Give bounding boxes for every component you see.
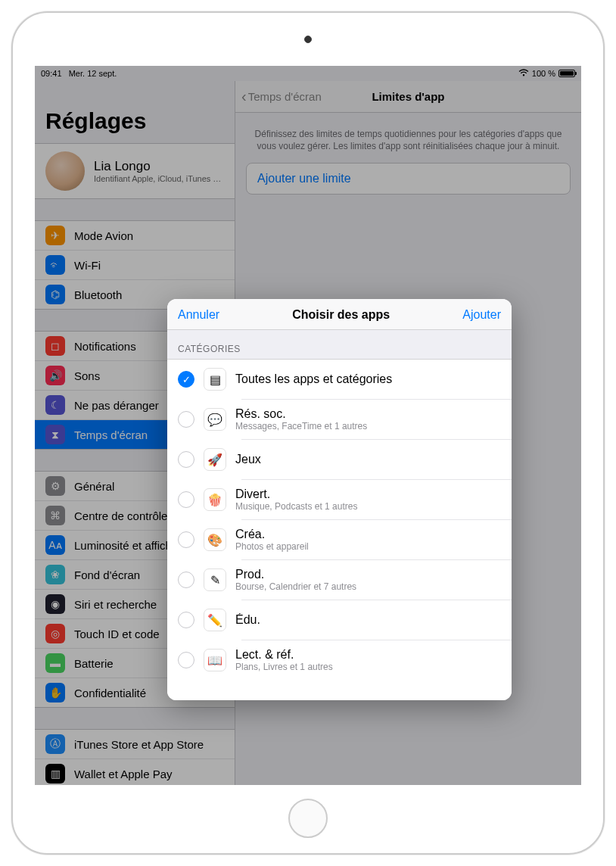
display-icon: Aᴀ: [45, 535, 65, 555]
siri-icon: ◉: [45, 594, 65, 614]
category-title: Divert.: [235, 488, 501, 501]
modal-header: Annuler Choisir des apps Ajouter: [167, 299, 512, 330]
sidebar-group-store: ⒶiTunes Store et App Store▥Wallet et App…: [35, 729, 235, 785]
reading-icon: 📖: [204, 649, 226, 671]
sidebar-item-wallet[interactable]: ▥Wallet et Apple Pay: [35, 759, 235, 785]
detail-description: Définissez des limites de temps quotidie…: [246, 128, 571, 152]
battery-icon: [558, 70, 575, 77]
add-limit-label: Ajouter une limite: [257, 172, 351, 185]
all-apps-icon: ▤: [204, 368, 226, 391]
detail-nav: ‹ Temps d'écran Limites d'app: [235, 81, 581, 113]
sidebar-item-label: Bluetooth: [74, 288, 122, 301]
status-left: 09:41 Mer. 12 sept.: [41, 69, 117, 78]
category-title: Prod.: [235, 568, 501, 581]
games-icon: 🚀: [204, 448, 226, 471]
add-button[interactable]: Ajouter: [462, 308, 501, 322]
category-row[interactable]: 💬Rés. soc.Messages, FaceTime et 1 autres: [167, 400, 512, 439]
wallpaper-icon: ❀: [45, 565, 65, 584]
category-subtitle: Plans, Livres et 1 autres: [235, 662, 501, 672]
category-title: Édu.: [235, 613, 501, 627]
profile-name: Lia Longo: [94, 159, 224, 174]
battery-icon: ▬: [45, 653, 65, 673]
social-icon: 💬: [204, 408, 226, 431]
category-title: Rés. soc.: [235, 407, 501, 421]
sidebar-item-label: Touch ID et code: [74, 628, 160, 640]
category-row[interactable]: 📖Lect. & réf.Plans, Livres et 1 autres: [167, 640, 512, 680]
status-time: 09:41: [41, 69, 62, 78]
back-label: Temps d'écran: [248, 90, 322, 103]
bezel-top: [13, 13, 603, 66]
sidebar-item-label: Wallet et Apple Pay: [74, 768, 173, 780]
sidebar-item-label: Sons: [74, 369, 100, 382]
sidebar-item-label: iTunes Store et App Store: [74, 738, 204, 751]
entertainment-icon: 🍿: [204, 488, 226, 511]
screen: 09:41 Mer. 12 sept. 100 % Réglages: [35, 66, 581, 785]
checkmark-icon[interactable]: ✓: [178, 371, 194, 388]
sidebar-item-label: Fond d'écran: [74, 569, 140, 581]
unchecked-circle-icon[interactable]: [178, 411, 194, 428]
sidebar-item-label: Wi-Fi: [74, 259, 101, 272]
sidebar-item-label: Siri et recherche: [74, 598, 157, 611]
camera-dot: [304, 36, 312, 43]
appstore-icon: Ⓐ: [45, 734, 65, 754]
category-row[interactable]: ✓▤Toutes les apps et catégories: [167, 360, 512, 399]
airplane-icon: ✈: [45, 226, 65, 245]
touchid-icon: ◎: [45, 624, 65, 643]
detail-title: Limites d'app: [372, 90, 444, 103]
category-list[interactable]: ✓▤Toutes les apps et catégories💬Rés. soc…: [167, 360, 512, 700]
unchecked-circle-icon[interactable]: [178, 491, 194, 508]
sidebar-item-label: Ne pas déranger: [74, 399, 159, 412]
category-subtitle: Messages, FaceTime et 1 autres: [235, 421, 501, 431]
battery-pct: 100 %: [532, 69, 555, 78]
screentime-icon: ⧗: [45, 425, 65, 444]
category-row[interactable]: 🍿Divert.Musique, Podcasts et 1 autres: [167, 480, 512, 519]
unchecked-circle-icon[interactable]: [178, 652, 194, 668]
notifications-icon: ◻: [45, 336, 65, 356]
category-title: Toutes les apps et catégories: [235, 372, 501, 386]
general-icon: ⚙: [45, 476, 65, 496]
status-right: 100 %: [518, 69, 575, 78]
creativity-icon: 🎨: [204, 528, 226, 551]
category-title: Jeux: [235, 453, 501, 466]
unchecked-circle-icon[interactable]: [178, 612, 194, 628]
sidebar-item-label: Mode Avion: [74, 229, 133, 242]
wallet-icon: ▥: [45, 764, 65, 783]
education-icon: ✏️: [204, 609, 226, 631]
privacy-icon: ✋: [45, 683, 65, 702]
sounds-icon: 🔊: [45, 366, 65, 385]
sidebar-item-label: Centre de contrôle: [74, 509, 167, 522]
category-row[interactable]: 🚀Jeux: [167, 440, 512, 479]
wifi-icon: ᯤ: [45, 255, 65, 275]
sidebar-item-label: Temps d'écran: [74, 428, 148, 441]
avatar: [45, 151, 85, 191]
sidebar-item-wifi[interactable]: ᯤWi-Fi: [35, 251, 235, 280]
dnd-icon: ☾: [45, 395, 65, 415]
chevron-left-icon: ‹: [241, 88, 247, 105]
profile-row[interactable]: Lia Longo Identifiant Apple, iCloud, iTu…: [35, 143, 235, 199]
sidebar-item-label: Notifications: [74, 340, 136, 353]
category-title: Créa.: [235, 528, 501, 541]
sidebar-group-connectivity: ✈Mode AvionᯤWi-Fi⌬Bluetooth: [35, 220, 235, 310]
category-subtitle: Bourse, Calendrier et 7 autres: [235, 581, 501, 592]
category-row[interactable]: ✏️Édu.: [167, 600, 512, 640]
unchecked-circle-icon[interactable]: [178, 572, 194, 588]
bluetooth-icon: ⌬: [45, 285, 65, 304]
add-limit-button[interactable]: Ajouter une limite: [246, 163, 571, 195]
category-row[interactable]: 🎨Créa.Photos et appareil: [167, 520, 512, 559]
choose-apps-modal: Annuler Choisir des apps Ajouter CATÉGOR…: [167, 299, 512, 700]
unchecked-circle-icon[interactable]: [178, 531, 194, 548]
home-button[interactable]: [288, 799, 328, 838]
unchecked-circle-icon[interactable]: [178, 451, 194, 468]
back-button[interactable]: ‹ Temps d'écran: [241, 81, 322, 112]
modal-title: Choisir des apps: [292, 308, 390, 322]
status-date: Mer. 12 sept.: [69, 69, 117, 78]
sidebar-item-label: Batterie: [74, 657, 114, 670]
category-subtitle: Musique, Podcasts et 1 autres: [235, 501, 501, 512]
category-row[interactable]: ✎Prod.Bourse, Calendrier et 7 autres: [167, 560, 512, 600]
productivity-icon: ✎: [204, 569, 226, 591]
sidebar-item-airplane[interactable]: ✈Mode Avion: [35, 221, 235, 251]
sidebar-item-label: Général: [74, 480, 114, 493]
status-bar: 09:41 Mer. 12 sept. 100 %: [35, 66, 581, 81]
cancel-button[interactable]: Annuler: [178, 308, 219, 322]
sidebar-item-appstore[interactable]: ⒶiTunes Store et App Store: [35, 730, 235, 759]
